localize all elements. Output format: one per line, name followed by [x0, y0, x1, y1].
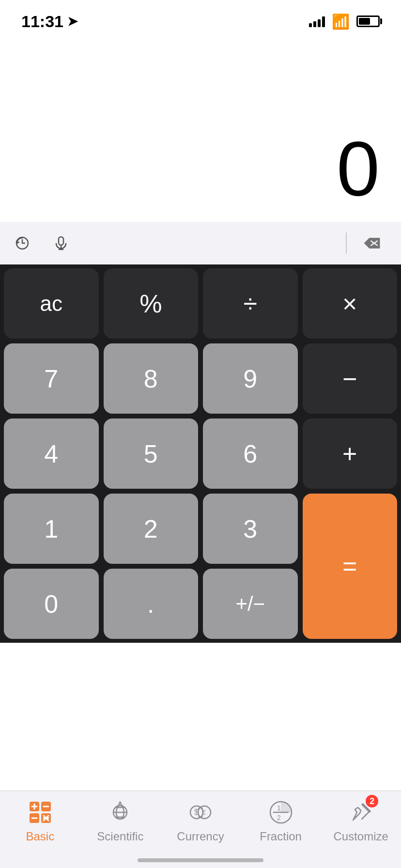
toolbar-left — [12, 232, 72, 254]
button-multiply[interactable]: × — [303, 268, 398, 339]
svg-line-33 — [366, 811, 370, 815]
svg-text:1: 1 — [277, 804, 281, 812]
history-icon — [15, 235, 30, 251]
tab-currency-label: Currency — [177, 830, 224, 843]
tab-customize[interactable]: 2 Customize — [332, 798, 390, 843]
tab-basic[interactable]: Basic — [11, 798, 69, 843]
button-8[interactable]: 8 — [104, 343, 199, 414]
button-ac[interactable]: ac — [4, 268, 99, 339]
tab-basic-icon-wrap — [26, 798, 55, 827]
tab-basic-label: Basic — [26, 830, 54, 843]
tab-fraction[interactable]: 1 2 Fraction — [252, 798, 310, 843]
svg-text:2: 2 — [277, 814, 281, 822]
scientific-icon — [108, 800, 133, 825]
tab-scientific-icon-wrap — [106, 798, 135, 827]
button-0[interactable]: 0 — [4, 569, 99, 639]
customize-badge: 2 — [366, 795, 378, 807]
currency-icon: $ € — [188, 800, 213, 825]
toolbar-right — [355, 232, 389, 254]
button-3[interactable]: 3 — [203, 494, 298, 564]
backspace-icon — [362, 235, 382, 251]
svg-text:€: € — [202, 808, 206, 816]
status-time-group: 11:31 ➤ — [21, 12, 78, 31]
button-percent[interactable]: % — [104, 268, 199, 339]
button-7[interactable]: 7 — [4, 343, 99, 414]
calculator-pad: ac % ÷ × 7 8 9 − 4 5 6 + 1 2 3 = 0 . +/− — [0, 264, 401, 643]
button-equals[interactable]: = — [303, 494, 398, 639]
button-5[interactable]: 5 — [104, 418, 199, 489]
backspace-button[interactable] — [355, 232, 389, 254]
microphone-icon — [53, 235, 69, 251]
button-decimal[interactable]: . — [104, 569, 199, 639]
status-icons: 📶 — [309, 13, 380, 30]
button-9[interactable]: 9 — [203, 343, 298, 414]
svg-line-34 — [362, 815, 366, 819]
status-bar: 11:31 ➤ 📶 — [0, 0, 401, 43]
location-icon: ➤ — [67, 14, 78, 29]
tab-currency-icon-wrap: $ € — [186, 798, 215, 827]
svg-rect-1 — [59, 237, 63, 245]
tab-bar: Basic Scientific $ € — [0, 790, 401, 868]
home-indicator — [138, 858, 263, 862]
tab-scientific[interactable]: Scientific — [91, 798, 149, 843]
display-value: 0 — [337, 130, 380, 207]
button-subtract[interactable]: − — [303, 343, 398, 414]
tab-fraction-icon-wrap: 1 2 — [266, 798, 295, 827]
tab-scientific-label: Scientific — [97, 830, 143, 843]
tab-customize-icon-wrap: 2 — [346, 798, 375, 827]
button-6[interactable]: 6 — [203, 418, 298, 489]
wifi-icon: 📶 — [332, 13, 350, 30]
button-divide[interactable]: ÷ — [203, 268, 298, 339]
battery-icon — [356, 16, 380, 27]
basic-icon — [28, 800, 53, 825]
tab-customize-label: Customize — [333, 830, 388, 843]
button-add[interactable]: + — [303, 418, 398, 489]
toolbar — [0, 222, 401, 264]
history-button[interactable] — [12, 232, 33, 254]
fraction-icon: 1 2 — [268, 800, 293, 825]
tab-fraction-label: Fraction — [260, 830, 302, 843]
button-4[interactable]: 4 — [4, 418, 99, 489]
button-2[interactable]: 2 — [104, 494, 199, 564]
button-plusminus[interactable]: +/− — [203, 569, 298, 639]
toolbar-divider — [346, 232, 347, 254]
status-time: 11:31 — [21, 12, 63, 31]
tab-currency[interactable]: $ € Currency — [171, 798, 230, 843]
display-area: 0 — [0, 43, 401, 222]
microphone-button[interactable] — [50, 232, 72, 254]
signal-icon — [309, 16, 325, 27]
button-1[interactable]: 1 — [4, 494, 99, 564]
